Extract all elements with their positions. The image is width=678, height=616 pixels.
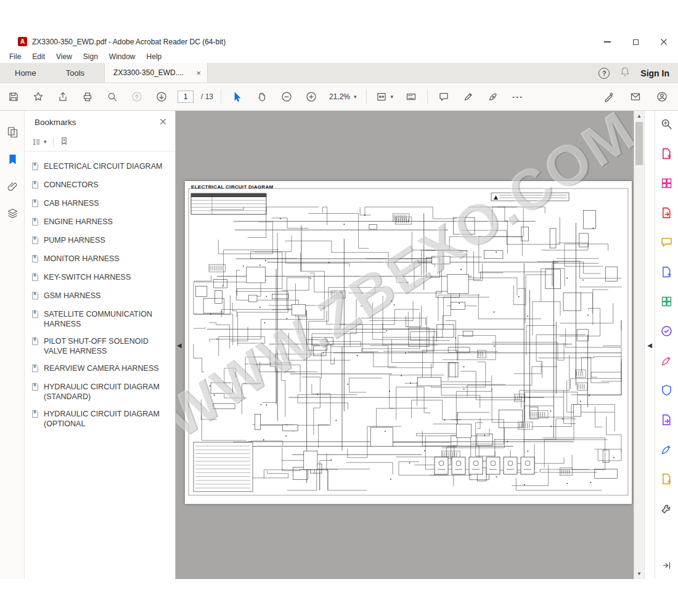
bookmark-options-button[interactable]: ▾ [32,137,47,147]
protect-tool[interactable] [659,382,675,398]
bookmark-item[interactable]: GSM HARNESS [31,287,171,306]
vertical-scrollbar[interactable]: ▲ ▼ [634,111,644,579]
bookmark-item[interactable]: HYDRAULIC CIRCUIT DIAGRAM (STANDARD) [31,378,171,405]
bookmark-item[interactable]: CAB HARNESS [31,195,171,213]
bookmarks-panel-button[interactable] [5,152,20,166]
close-button[interactable] [650,34,678,50]
certificates-tool-icon [660,443,673,456]
close-icon [660,38,668,46]
more-tools-button[interactable]: ··· [509,88,526,105]
menu-view[interactable]: View [51,52,78,61]
tab-bar: Home Tools ZX3300-350_EWD.... × ? Sign I… [0,63,678,83]
quick-sign-button[interactable] [600,88,618,105]
bookmark-page-icon [31,273,39,284]
hand-tool-button[interactable] [253,88,271,105]
combine-files-tool[interactable] [659,264,675,280]
comment-button[interactable] [435,88,452,105]
menu-window[interactable]: Window [104,52,141,61]
create-pdf-tool[interactable] [659,145,675,161]
bookmark-page-icon [31,310,39,321]
notifications-bell-icon[interactable] [620,67,630,79]
bookmark-item[interactable]: REARVIEW CAMERA HARNESS [31,360,171,378]
help-icon[interactable]: ? [598,68,610,79]
bookmark-item[interactable]: PUMP HARNESS [31,232,171,250]
layers-button[interactable] [5,206,20,221]
bookmark-label: HYDRAULIC CIRCUIT DIAGRAM (OPTIONAL [44,409,166,429]
bookmark-item[interactable]: HYDRAULIC CIRCUIT DIAGRAM (OPTIONAL [31,405,171,432]
save-button[interactable] [5,88,22,105]
tab-home[interactable]: Home [0,63,51,83]
menu-file[interactable]: File [4,52,27,61]
select-tool-button[interactable] [229,88,246,105]
export-pdf-tool[interactable] [659,205,675,221]
organize-pages-tool-icon [660,177,673,190]
fill-sign-tool[interactable] [659,352,675,368]
collapse-right-panel-icon[interactable]: ◀ [647,342,652,349]
page-thumbnails-button[interactable] [5,124,20,139]
zoom-level-control[interactable]: 21,2% ▾ [327,92,359,101]
scroll-down-icon[interactable]: ▼ [634,571,644,577]
bookmark-page-icon [31,254,39,265]
bookmark-item[interactable]: KEY-SWITCH HARNESS [31,269,171,287]
bookmark-item[interactable]: SATELLITE COMMUNICATION HARNESS [31,306,171,333]
menu-sign[interactable]: Sign [78,52,104,61]
minimize-icon [604,41,611,43]
previous-page-button[interactable] [128,88,145,105]
bookmark-item[interactable]: ELECTRICAL CIRCUIT DIAGRAM [31,158,171,176]
prepare-form-tool-icon [660,472,673,485]
sign-in-button[interactable]: Sign In [640,68,669,78]
compress-tool[interactable] [659,411,675,428]
comment-tool-icon [660,236,673,249]
expand-tools-button[interactable] [655,561,678,570]
tab-document[interactable]: ZX3300-350_EWD.... × [104,63,208,83]
organize-pages-tool[interactable] [659,175,675,191]
bookmark-item[interactable]: CONNECTORS [31,176,171,195]
print-button[interactable] [79,88,96,105]
favorites-button[interactable] [30,88,47,105]
protect-tool-icon [660,384,673,397]
tab-tools[interactable]: Tools [51,63,99,83]
zoom-in-button[interactable] [303,88,320,105]
bookmark-label: ENGINE HARNESS [44,217,113,227]
highlight-button[interactable] [460,88,477,105]
scroll-up-icon[interactable]: ▲ [634,113,644,119]
bookmark-page-icon [31,383,39,394]
tools-panel-gap: ◀ [644,111,655,579]
minimize-button[interactable] [593,34,621,50]
fit-width-button[interactable]: ▾ [374,91,396,102]
document-viewport[interactable]: ELECTRICAL CIRCUIT DIAGRAM WWW.ZBEXO.COM… [176,111,634,579]
tab-close-icon[interactable]: × [196,68,201,78]
prepare-form-tool[interactable] [659,471,675,487]
account-button[interactable] [653,88,671,105]
comment-tool[interactable] [659,234,675,250]
scrollbar-thumb[interactable] [635,122,643,165]
email-button[interactable] [627,88,644,105]
next-page-button[interactable] [153,88,170,105]
scan-ocr-tool[interactable] [659,323,675,339]
fill-sign-button[interactable] [484,88,502,105]
menu-edit[interactable]: Edit [27,52,51,61]
bookmark-page-icon [31,162,39,173]
toolbar: / 13 21,2% ▾ ▾ [0,83,678,111]
caret-down-icon: ▾ [391,94,394,100]
maximize-button[interactable] [621,34,650,50]
bookmark-item[interactable]: MONITOR HARNESS [31,250,171,269]
reading-mode-button[interactable] [402,88,420,105]
zoom-out-button[interactable] [278,88,295,105]
find-button[interactable] [104,88,121,105]
bookmark-label: MONITOR HARNESS [44,254,120,264]
bookmark-item[interactable]: ENGINE HARNESS [31,213,171,232]
attachments-button[interactable] [5,179,20,193]
share-button[interactable] [54,88,71,105]
bookmark-item[interactable]: PILOT SHUT-OFF SOLENOID VALVE HARNESS [31,333,171,360]
new-bookmark-button[interactable] [60,137,68,148]
certificates-tool[interactable] [659,441,675,457]
menu-help[interactable]: Help [141,52,168,61]
more-tools[interactable] [659,500,675,516]
main-area: Bookmarks ▾ ELECTRICAL CIRCUIT DIAGRAMCO… [0,111,678,579]
page-number-input[interactable] [178,91,194,103]
find-tool[interactable] [659,116,675,132]
collapse-left-panel-icon[interactable]: ◀ [177,342,182,349]
edit-pdf-tool[interactable] [659,293,675,309]
close-bookmarks-icon[interactable] [160,116,166,128]
